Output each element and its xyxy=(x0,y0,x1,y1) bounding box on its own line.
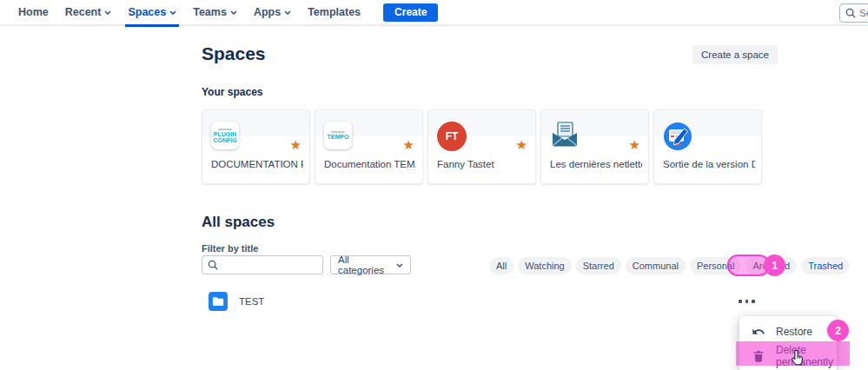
menu-item-label: Restore xyxy=(776,326,812,338)
space-card-title: Sortie de la version D... xyxy=(663,159,755,169)
newsletter-envelope-icon xyxy=(550,122,580,151)
nav-item-apps[interactable]: Apps xyxy=(251,0,294,25)
your-spaces-heading: Your spaces xyxy=(202,86,262,98)
category-dropdown[interactable]: All categories xyxy=(330,255,411,274)
nav-item-spaces[interactable]: Spaces xyxy=(125,0,179,25)
chevron-down-icon xyxy=(230,10,237,15)
hand-cursor-icon xyxy=(788,348,807,367)
space-card-netletters[interactable]: ★ Les dernières netlette... xyxy=(540,109,649,184)
search-icon xyxy=(845,8,856,18)
ellipsis-icon xyxy=(739,300,742,303)
plugin-config-logo-icon: PLUGIN CONFIG xyxy=(211,122,239,149)
nav-item-label: Recent xyxy=(65,6,102,18)
ellipsis-icon xyxy=(745,300,749,303)
star-icon[interactable]: ★ xyxy=(516,138,527,152)
star-icon[interactable]: ★ xyxy=(629,138,640,152)
nav-item-teams[interactable]: Teams xyxy=(190,0,240,25)
your-spaces-card-list: PLUGIN CONFIG ★ DOCUMENTATION P... TEMPO… xyxy=(202,109,762,184)
chip-watching[interactable]: Watching xyxy=(518,257,571,274)
global-search[interactable] xyxy=(839,3,868,23)
space-card-documentation-plugin[interactable]: PLUGIN CONFIG ★ DOCUMENTATION P... xyxy=(202,109,310,184)
annotation-step-badge-1: 1 xyxy=(764,254,785,276)
filter-title-input[interactable] xyxy=(218,260,314,270)
chevron-down-icon xyxy=(104,10,111,15)
chip-communal[interactable]: Communal xyxy=(626,257,686,274)
space-folder-icon xyxy=(209,292,228,311)
chip-trashed[interactable]: Trashed xyxy=(801,257,850,274)
space-card-title: DOCUMENTATION P... xyxy=(211,159,303,169)
space-filter-chips: All Watching Starred Communal Personal A… xyxy=(489,257,850,274)
release-calendar-pencil-icon xyxy=(663,122,692,155)
nav-item-label: Home xyxy=(18,6,49,18)
annotation-step-badge-2: 2 xyxy=(827,320,849,341)
undo-icon xyxy=(752,325,765,339)
more-actions-button[interactable] xyxy=(739,295,759,307)
table-row[interactable]: TEST xyxy=(202,288,765,314)
create-space-button[interactable]: Create a space xyxy=(692,45,778,64)
chevron-down-icon xyxy=(396,263,403,268)
chevron-down-icon xyxy=(169,10,176,15)
space-card-title: Fanny Tastet xyxy=(437,159,529,169)
top-navigation: Home Recent Spaces Teams Apps Templates … xyxy=(0,0,868,26)
avatar-initials: FT xyxy=(437,122,467,151)
ellipsis-icon xyxy=(752,300,755,303)
create-button[interactable]: Create xyxy=(383,3,438,22)
space-card-fanny-tastet[interactable]: FT ★ Fanny Tastet xyxy=(427,109,536,184)
chip-all[interactable]: All xyxy=(489,257,514,274)
space-card-title: Documentation TEM... xyxy=(324,159,416,169)
all-spaces-heading: All spaces xyxy=(202,214,275,231)
logo-text: TEMPO xyxy=(328,134,349,140)
search-icon xyxy=(208,260,218,270)
nav-item-home[interactable]: Home xyxy=(16,0,51,25)
logo-text: CONFIG xyxy=(213,137,236,143)
page-title: Spaces xyxy=(202,43,266,64)
user-avatar: FT xyxy=(437,122,467,151)
space-row-name[interactable]: TEST xyxy=(239,296,264,307)
filter-title-field[interactable] xyxy=(202,255,323,274)
star-icon[interactable]: ★ xyxy=(403,138,414,152)
logo-text: PLUGIN xyxy=(214,131,236,137)
spaces-page: Home Recent Spaces Teams Apps Templates … xyxy=(0,0,868,370)
space-card-documentation-tempo[interactable]: TEMPO ★ Documentation TEM... xyxy=(315,109,423,184)
category-selected-value: All categories xyxy=(338,254,396,275)
menu-item-restore[interactable]: Restore xyxy=(739,320,837,344)
nav-item-label: Teams xyxy=(193,6,227,18)
space-card-sortie-version[interactable]: ★ Sortie de la version D... xyxy=(653,109,762,184)
nav-item-label: Apps xyxy=(254,6,281,18)
global-search-input[interactable] xyxy=(859,8,868,18)
filter-by-title-label: Filter by title xyxy=(202,243,258,254)
tempo-logo-icon: TEMPO xyxy=(324,122,352,149)
space-card-title: Les dernières netlette... xyxy=(550,159,642,169)
chevron-down-icon xyxy=(284,10,291,15)
chip-starred[interactable]: Starred xyxy=(576,257,621,274)
star-icon[interactable]: ★ xyxy=(290,138,301,152)
nav-item-templates[interactable]: Templates xyxy=(305,0,363,25)
nav-item-label: Spaces xyxy=(128,6,166,18)
nav-item-recent[interactable]: Recent xyxy=(63,0,115,25)
nav-item-label: Templates xyxy=(308,6,361,18)
